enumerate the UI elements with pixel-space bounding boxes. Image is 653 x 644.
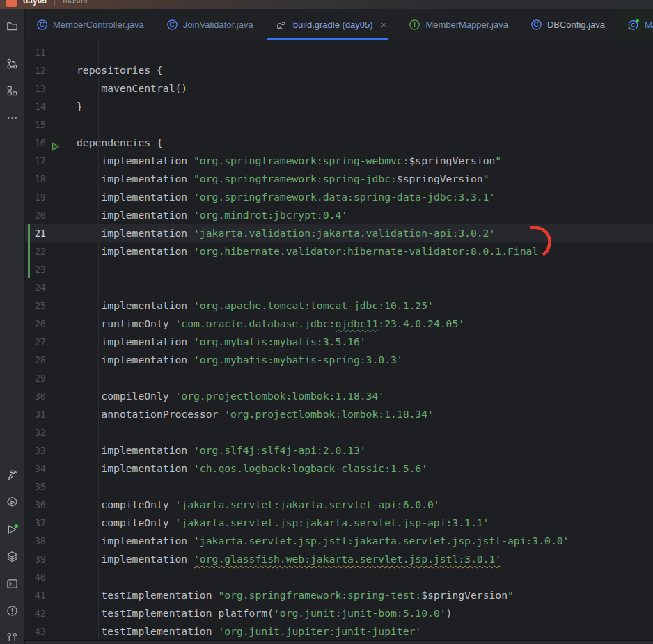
build-hammer-icon[interactable]: [3, 465, 22, 485]
code-line[interactable]: 37 compileOnly 'jakarta.servlet.jsp:jaka…: [25, 514, 653, 532]
gutter[interactable]: 15: [25, 116, 73, 134]
structure-icon[interactable]: [3, 81, 22, 100]
gutter[interactable]: 34: [25, 460, 73, 478]
gutter[interactable]: 31: [25, 405, 73, 423]
code-line[interactable]: 26 runtimeOnly 'com.oracle.database.jdbc…: [25, 315, 653, 333]
commit-icon[interactable]: [3, 54, 22, 73]
vcs-icon[interactable]: [3, 628, 22, 644]
line-number[interactable]: 19: [25, 188, 46, 206]
tab-membercontroller-java[interactable]: CMemberController.java: [25, 9, 155, 40]
gutter[interactable]: 23: [25, 260, 73, 278]
line-number[interactable]: 38: [25, 532, 46, 550]
code-line[interactable]: 19 implementation 'org.springframework.d…: [25, 188, 653, 206]
line-number[interactable]: 16: [25, 134, 46, 152]
code-line[interactable]: 42 testImplementation platform('org.juni…: [25, 604, 653, 622]
line-number[interactable]: 17: [25, 152, 46, 170]
gutter[interactable]: 21: [25, 224, 73, 242]
line-number[interactable]: 41: [25, 586, 46, 604]
code-line[interactable]: 30 compileOnly 'org.projectlombok:lombok…: [25, 387, 653, 405]
gutter[interactable]: 40: [25, 568, 73, 586]
gutter[interactable]: 16: [25, 134, 73, 152]
gutter[interactable]: 18: [25, 170, 73, 188]
line-number[interactable]: 21: [25, 224, 46, 242]
line-number[interactable]: 28: [25, 351, 46, 369]
code-line[interactable]: 41 testImplementation "org.springframewo…: [25, 586, 653, 604]
branch-name[interactable]: master: [63, 0, 88, 6]
gutter[interactable]: 17: [25, 152, 73, 170]
gutter[interactable]: 20: [25, 206, 73, 224]
line-number[interactable]: 18: [25, 170, 46, 188]
line-number[interactable]: 42: [25, 604, 46, 622]
code-line[interactable]: 14}: [25, 97, 653, 116]
layers-icon[interactable]: [3, 547, 22, 566]
gutter[interactable]: 43: [25, 622, 73, 641]
gutter[interactable]: 12: [25, 61, 73, 79]
gutter[interactable]: 41: [25, 586, 73, 604]
line-number[interactable]: 39: [25, 550, 46, 568]
gutter[interactable]: 11: [25, 43, 73, 61]
line-number[interactable]: 43: [25, 622, 46, 641]
code-line[interactable]: 12repositories {: [25, 61, 653, 79]
project-name[interactable]: day05: [23, 0, 47, 6]
code-line[interactable]: 20 implementation 'org.mindrot:jbcrypt:0…: [25, 206, 653, 224]
gutter[interactable]: 22: [25, 242, 73, 260]
tab-dbconfig-java[interactable]: CDBConfig.java: [519, 9, 616, 40]
code-line[interactable]: 21 implementation 'jakarta.validation:ja…: [25, 224, 653, 242]
tab-build-gradle-day05[interactable]: build.gradle (day05)×: [265, 9, 398, 40]
code-line[interactable]: 18 implementation "org.springframework:s…: [25, 170, 653, 188]
line-number[interactable]: 15: [25, 116, 46, 134]
line-number[interactable]: 22: [25, 242, 46, 260]
code-line[interactable]: 29: [25, 369, 653, 387]
code-line[interactable]: 32: [25, 423, 653, 441]
gutter[interactable]: 32: [25, 423, 73, 441]
code-line[interactable]: 13 mavenCentral(): [25, 79, 653, 97]
code-line[interactable]: 33 implementation 'org.slf4j:slf4j-api:2…: [25, 441, 653, 460]
code-line[interactable]: 23: [25, 260, 653, 278]
line-number[interactable]: 33: [25, 441, 46, 460]
line-number[interactable]: 27: [25, 333, 46, 351]
line-number[interactable]: 26: [25, 315, 46, 333]
line-number[interactable]: 37: [25, 514, 46, 532]
line-number[interactable]: 32: [25, 423, 46, 441]
line-number[interactable]: 11: [25, 43, 46, 61]
code-line[interactable]: 39 implementation 'org.glassfish.web:jak…: [25, 550, 653, 568]
gutter[interactable]: 37: [25, 514, 73, 532]
gutter[interactable]: 39: [25, 550, 73, 568]
gutter[interactable]: 14: [25, 97, 73, 116]
gutter[interactable]: 28: [25, 351, 73, 369]
code-line[interactable]: 17 implementation "org.springframework:s…: [25, 152, 653, 170]
code-editor[interactable]: 1112repositories {13 mavenCentral()14}15…: [25, 40, 653, 640]
line-number[interactable]: 35: [25, 478, 46, 496]
code-line[interactable]: 15: [25, 116, 653, 134]
code-line[interactable]: 25 implementation 'org.apache.tomcat:tom…: [25, 297, 653, 315]
gutter[interactable]: 27: [25, 333, 73, 351]
line-number[interactable]: 20: [25, 206, 46, 224]
code-line[interactable]: 34 implementation 'ch.qos.logback:logbac…: [25, 460, 653, 478]
line-number[interactable]: 23: [25, 260, 46, 278]
code-line[interactable]: 43 testImplementation 'org.junit.jupiter…: [25, 622, 653, 641]
run-icon[interactable]: [3, 519, 22, 539]
code-line[interactable]: 16dependencies {: [25, 134, 653, 152]
more-tools-icon[interactable]: [3, 108, 22, 127]
line-number[interactable]: 14: [25, 97, 46, 116]
code-line[interactable]: 38 implementation 'jakarta.servlet.jsp.j…: [25, 532, 653, 550]
code-line[interactable]: 24: [25, 278, 653, 297]
problems-icon[interactable]: [3, 601, 22, 620]
close-icon[interactable]: ×: [381, 19, 387, 30]
code-line[interactable]: 35: [25, 478, 653, 496]
gutter[interactable]: 35: [25, 478, 73, 496]
terminal-icon[interactable]: [3, 574, 22, 593]
services-icon[interactable]: [3, 492, 22, 512]
gutter[interactable]: 26: [25, 315, 73, 333]
line-number[interactable]: 25: [25, 297, 46, 315]
code-line[interactable]: 36 compileOnly 'jakarta.servlet:jakarta.…: [25, 496, 653, 514]
line-number[interactable]: 40: [25, 568, 46, 586]
code-line[interactable]: 28 implementation 'org.mybatis:mybatis-s…: [25, 351, 653, 369]
gutter[interactable]: 19: [25, 188, 73, 206]
line-number[interactable]: 24: [25, 278, 46, 297]
line-number[interactable]: 34: [25, 460, 46, 478]
gutter[interactable]: 36: [25, 496, 73, 514]
tab-mapperte[interactable]: CMapperTe: [616, 9, 653, 40]
line-number[interactable]: 36: [25, 496, 46, 514]
code-line[interactable]: 40: [25, 568, 653, 586]
